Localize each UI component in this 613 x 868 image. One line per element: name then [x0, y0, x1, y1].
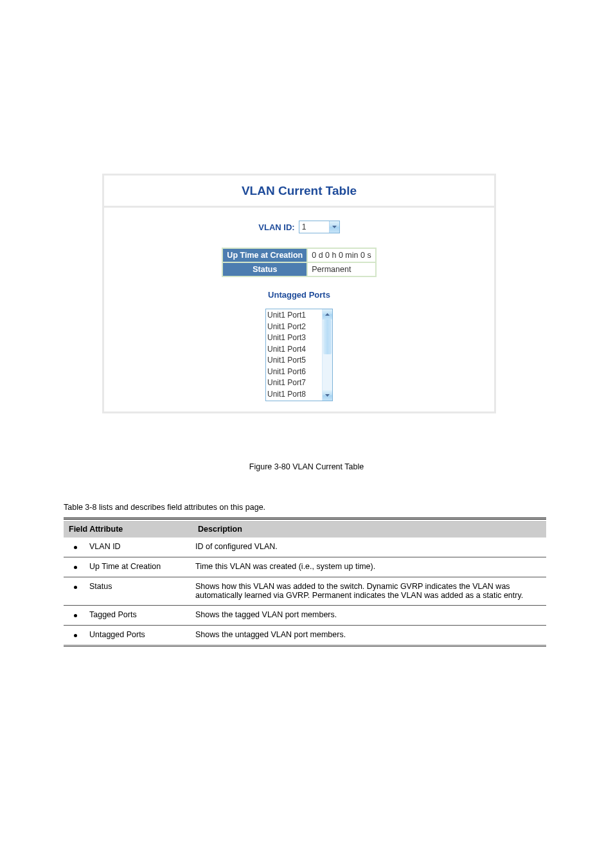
- field-attributes-table: Field Attribute Description VLAN ID ID o…: [64, 518, 546, 647]
- scroll-track[interactable]: [323, 320, 332, 390]
- uptime-label: Up Time at Creation: [222, 248, 307, 262]
- list-item[interactable]: Unit1 Port6: [267, 366, 321, 378]
- scroll-up-button[interactable]: [323, 309, 332, 320]
- untagged-ports-listbox[interactable]: Unit1 Port1 Unit1 Port2 Unit1 Port3 Unit…: [265, 309, 333, 401]
- chevron-down-icon: [332, 226, 337, 228]
- attr-desc: Shows how this VLAN was added to the swi…: [193, 577, 546, 605]
- bullet-icon: [74, 634, 77, 637]
- vlan-current-table-panel: VLAN Current Table VLAN ID: 1 Up Time at…: [102, 174, 496, 413]
- table-row: Up Time at Creation Time this VLAN was c…: [64, 557, 546, 577]
- table-row: Status Shows how this VLAN was added to …: [64, 577, 546, 605]
- list-item[interactable]: Unit1 Port3: [267, 332, 321, 344]
- untagged-ports-items: Unit1 Port1 Unit1 Port2 Unit1 Port3 Unit…: [266, 309, 322, 401]
- bullet-icon: [74, 614, 77, 617]
- attr-desc: Shows the tagged VLAN port members.: [193, 605, 546, 625]
- table-row: Tagged Ports Shows the tagged VLAN port …: [64, 605, 546, 625]
- figure-caption: Figure 3-80 VLAN Current Table: [0, 462, 613, 471]
- list-item[interactable]: Unit1 Port4: [267, 344, 321, 356]
- bullet-icon: [74, 566, 77, 569]
- attr-desc: Time this VLAN was created (i.e., system…: [193, 557, 546, 577]
- panel-body: VLAN ID: 1 Up Time at Creation 0 d 0 h 0…: [104, 208, 494, 411]
- list-item[interactable]: Unit1 Port7: [267, 377, 321, 389]
- list-item[interactable]: Unit1 Port1: [267, 310, 321, 321]
- listbox-scrollbar[interactable]: [322, 309, 332, 401]
- table-header-row: Field Attribute Description: [64, 521, 546, 538]
- header-description: Description: [193, 521, 546, 538]
- untagged-ports-listbox-wrap: Unit1 Port1 Unit1 Port2 Unit1 Port3 Unit…: [104, 309, 494, 401]
- header-field: Field Attribute: [64, 521, 193, 538]
- untagged-ports-heading: Untagged Ports: [104, 290, 494, 300]
- vlan-info-table: Up Time at Creation 0 d 0 h 0 min 0 s St…: [222, 248, 376, 277]
- attr-label: Up Time at Creation: [87, 557, 193, 577]
- list-item[interactable]: Unit1 Port2: [267, 321, 321, 333]
- status-value: Permanent: [307, 262, 375, 276]
- attr-desc: ID of configured VLAN.: [193, 538, 546, 557]
- vlan-id-value: 1: [302, 222, 306, 231]
- chevron-up-icon: [325, 313, 330, 316]
- scroll-down-button[interactable]: [323, 390, 332, 401]
- attr-label: Untagged Ports: [87, 625, 193, 646]
- attr-desc: Shows the untagged VLAN port members.: [193, 625, 546, 646]
- dropdown-button[interactable]: [329, 221, 339, 233]
- panel-title: VLAN Current Table: [242, 184, 357, 197]
- vlan-id-row: VLAN ID: 1: [104, 221, 494, 233]
- uptime-value: 0 d 0 h 0 min 0 s: [307, 248, 375, 262]
- table-row: Untagged Ports Shows the untagged VLAN p…: [64, 625, 546, 646]
- scroll-thumb[interactable]: [323, 320, 332, 354]
- attr-label: Status: [87, 577, 193, 605]
- status-label: Status: [222, 262, 307, 276]
- list-item[interactable]: Unit1 Port8: [267, 389, 321, 401]
- bullet-icon: [74, 546, 77, 549]
- panel-header: VLAN Current Table: [104, 176, 494, 208]
- bullet-icon: [74, 586, 77, 589]
- vlan-id-select[interactable]: 1: [299, 221, 340, 233]
- attr-label: Tagged Ports: [87, 605, 193, 625]
- table-caption: Table 3-8 lists and describes field attr…: [64, 503, 546, 512]
- list-item[interactable]: Unit1 Port5: [267, 355, 321, 366]
- vlan-id-label: VLAN ID:: [258, 222, 294, 232]
- chevron-down-icon: [325, 394, 330, 397]
- attr-label: VLAN ID: [87, 538, 193, 557]
- table-row: VLAN ID ID of configured VLAN.: [64, 538, 546, 557]
